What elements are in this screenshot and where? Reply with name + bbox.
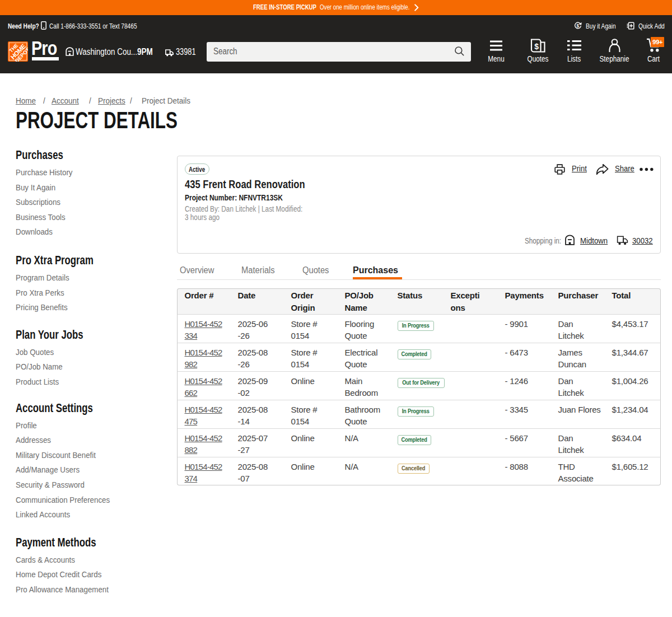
svg-text:$: $	[534, 42, 539, 51]
svg-text:$: $	[576, 24, 579, 29]
